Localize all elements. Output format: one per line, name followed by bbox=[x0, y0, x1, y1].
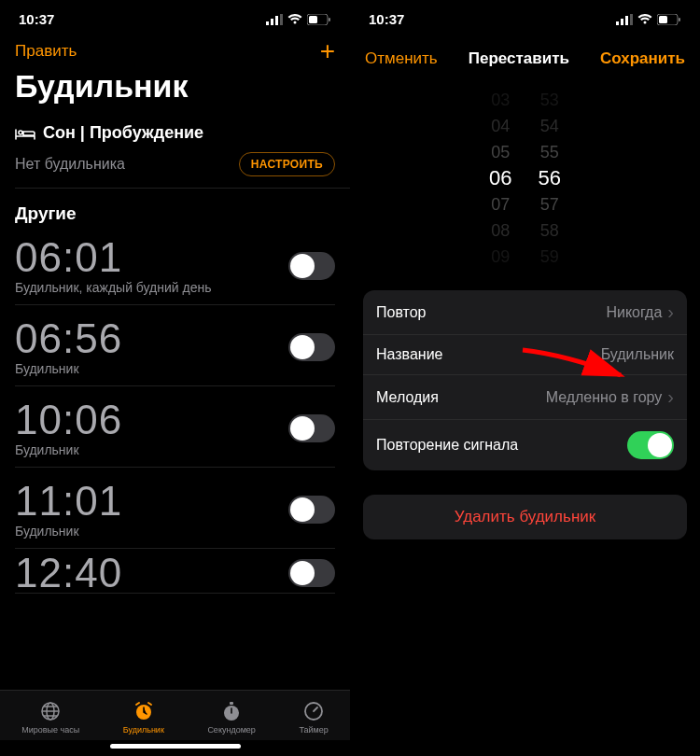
sleep-header-text: Сон | Пробуждение bbox=[43, 123, 203, 143]
status-icons bbox=[616, 14, 681, 25]
svg-rect-16 bbox=[630, 14, 633, 25]
status-bar: 10:37 bbox=[0, 0, 350, 33]
modal-nav: Отменить Переставить Сохранить bbox=[350, 33, 700, 77]
tab-alarm[interactable]: Будильник bbox=[123, 700, 164, 735]
picker-highlight bbox=[432, 165, 619, 197]
modal-title: Переставить bbox=[469, 49, 569, 68]
delete-alarm-button[interactable]: Удалить будильник bbox=[363, 495, 687, 539]
row-repeat[interactable]: Повтор Никогда› bbox=[363, 290, 687, 335]
row-name[interactable]: Название Будильник bbox=[363, 335, 687, 375]
edit-button[interactable]: Править bbox=[15, 42, 77, 61]
svg-rect-18 bbox=[659, 16, 667, 23]
alarm-toggle[interactable] bbox=[288, 496, 335, 524]
cellular-icon bbox=[266, 14, 283, 25]
svg-rect-0 bbox=[266, 21, 269, 25]
row-label: Повтор bbox=[376, 304, 427, 321]
alarm-toggle[interactable] bbox=[288, 333, 335, 361]
nav-bar: Править + bbox=[0, 33, 350, 68]
stopwatch-icon bbox=[220, 700, 243, 722]
svg-rect-3 bbox=[280, 14, 283, 25]
picker-minute-selected: 56 bbox=[539, 165, 561, 191]
svg-rect-6 bbox=[329, 18, 330, 21]
alarm-list: 06:01Будильник, каждый будний день 06:56… bbox=[0, 224, 350, 690]
picker-hours[interactable]: 03 04 05 06 07 08 09 bbox=[489, 87, 511, 270]
status-time: 10:37 bbox=[369, 11, 404, 27]
sleep-section: Сон | Пробуждение Нет будильника НАСТРОИ… bbox=[0, 112, 350, 188]
row-snooze: Повторение сигнала bbox=[363, 420, 687, 470]
status-icons bbox=[266, 14, 331, 25]
picker-hour-selected: 06 bbox=[489, 165, 511, 191]
tab-stopwatch[interactable]: Секундомер bbox=[207, 700, 255, 735]
svg-rect-13 bbox=[616, 21, 619, 25]
sleep-section-header: Сон | Пробуждение bbox=[15, 123, 335, 143]
page-title: Будильник bbox=[0, 68, 350, 112]
tab-bar: Мировые часы Будильник Секундомер Таймер bbox=[0, 690, 350, 740]
svg-rect-15 bbox=[625, 16, 628, 25]
svg-rect-19 bbox=[679, 18, 680, 21]
alarm-toggle[interactable] bbox=[288, 252, 335, 280]
alarm-label: Будильник bbox=[15, 361, 122, 376]
home-indicator[interactable] bbox=[110, 744, 241, 749]
settings-list: Повтор Никогда› Название Будильник Мелод… bbox=[363, 290, 687, 470]
svg-rect-5 bbox=[309, 16, 317, 23]
row-sound[interactable]: Мелодия Медленно в гору› bbox=[363, 375, 687, 420]
add-alarm-button[interactable]: + bbox=[320, 38, 335, 64]
alarm-row[interactable]: 06:56Будильник bbox=[15, 305, 335, 386]
time-picker[interactable]: 03 04 05 06 07 08 09 53 54 55 56 57 58 5… bbox=[350, 77, 700, 285]
alarm-row[interactable]: 06:01Будильник, каждый будний день bbox=[15, 224, 335, 305]
other-section-header: Другие bbox=[0, 189, 350, 224]
status-bar: 10:37 bbox=[350, 0, 700, 33]
alarm-toggle[interactable] bbox=[288, 414, 335, 442]
bed-icon bbox=[15, 126, 35, 141]
svg-rect-1 bbox=[271, 19, 273, 25]
chevron-right-icon: › bbox=[667, 301, 674, 323]
svg-rect-2 bbox=[275, 16, 278, 25]
alarm-row[interactable]: 11:01Будильник bbox=[15, 468, 335, 549]
tab-label: Таймер bbox=[299, 725, 328, 735]
cancel-button[interactable]: Отменить bbox=[365, 49, 438, 68]
tab-world-clock[interactable]: Мировые часы bbox=[21, 700, 79, 735]
alarm-row[interactable]: 10:06Будильник bbox=[15, 386, 335, 468]
row-label: Мелодия bbox=[376, 389, 439, 406]
configure-button[interactable]: НАСТРОИТЬ bbox=[239, 152, 335, 176]
status-time: 10:37 bbox=[19, 11, 54, 27]
alarm-label: Будильник bbox=[15, 442, 122, 457]
battery-icon bbox=[657, 14, 681, 25]
alarm-time: 06:56 bbox=[15, 318, 122, 359]
alarm-toggle[interactable] bbox=[288, 559, 335, 587]
chevron-right-icon: › bbox=[667, 386, 674, 408]
row-value: Никогда bbox=[606, 304, 662, 321]
picker-minutes[interactable]: 53 54 55 56 57 58 59 bbox=[539, 87, 561, 270]
alarm-time: 10:06 bbox=[15, 399, 122, 441]
phone-left-alarm-list: 10:37 Править + Будильник Сон | Пробужде… bbox=[0, 0, 350, 756]
alarm-row[interactable]: 12:40 bbox=[15, 549, 335, 594]
tab-label: Мировые часы bbox=[21, 725, 79, 735]
alarm-time: 11:01 bbox=[15, 481, 122, 522]
wifi-icon bbox=[287, 14, 302, 25]
alarm-label: Будильник, каждый будний день bbox=[15, 280, 212, 295]
timer-icon bbox=[302, 700, 325, 722]
alarm-clock-icon bbox=[133, 700, 155, 722]
cellular-icon bbox=[616, 14, 633, 25]
row-label: Повторение сигнала bbox=[376, 437, 518, 454]
svg-rect-11 bbox=[230, 702, 233, 705]
row-value: Будильник bbox=[601, 346, 674, 363]
snooze-toggle[interactable] bbox=[627, 431, 674, 459]
globe-icon bbox=[39, 700, 62, 722]
tab-label: Секундомер bbox=[207, 725, 255, 735]
no-alarm-text: Нет будильника bbox=[15, 156, 125, 173]
wifi-icon bbox=[637, 14, 652, 25]
save-button[interactable]: Сохранить bbox=[600, 49, 685, 68]
tab-timer[interactable]: Таймер bbox=[299, 700, 328, 735]
alarm-time: 12:40 bbox=[15, 553, 122, 594]
phone-right-alarm-edit: 10:37 Отменить Переставить Сохранить 03 … bbox=[350, 0, 700, 756]
svg-rect-14 bbox=[621, 19, 623, 25]
alarm-time: 06:01 bbox=[15, 237, 212, 278]
tab-label: Будильник bbox=[123, 725, 164, 735]
battery-icon bbox=[307, 14, 331, 25]
row-value: Медленно в гору bbox=[546, 389, 663, 406]
row-label: Название bbox=[376, 346, 443, 363]
alarm-label: Будильник bbox=[15, 524, 122, 539]
